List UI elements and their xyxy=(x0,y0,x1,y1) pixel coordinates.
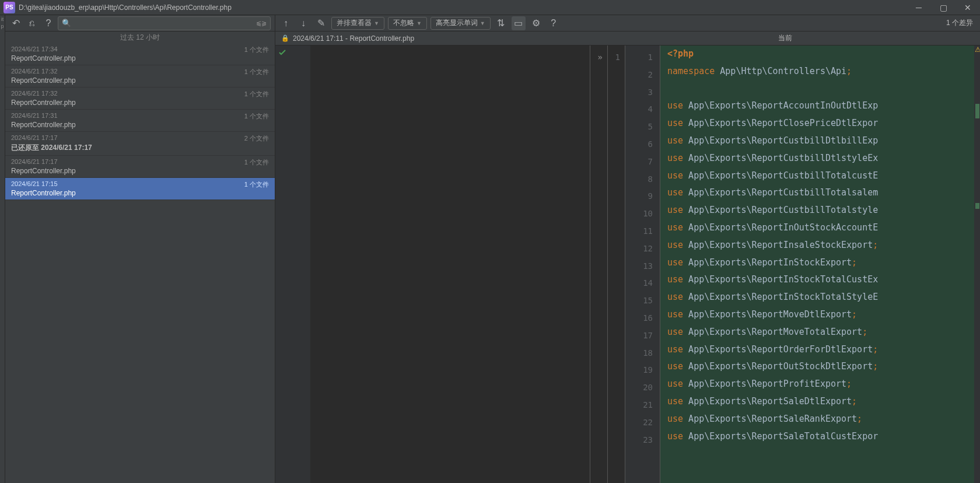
filter-icon[interactable]: ⫹⫺ xyxy=(256,19,267,27)
warning-icon: ⚠ xyxy=(975,46,980,54)
maximize-button[interactable]: ▢ xyxy=(931,0,956,15)
history-item[interactable]: 2024/6/21 17:321 个文件ReportController.php xyxy=(5,65,275,88)
ok-marker xyxy=(275,46,310,60)
history-list: 2024/6/21 17:341 个文件ReportController.php… xyxy=(5,43,275,483)
history-item[interactable]: 2024/6/21 17:151 个文件ReportController.php xyxy=(5,178,275,200)
right-marker-stripe: ⚠ xyxy=(974,46,980,483)
expand-icon[interactable]: » xyxy=(590,49,603,66)
search-icon: 🔍 xyxy=(62,19,71,27)
titlebar: PS D:\gitea\jiaodouzb_erp\app\Http\Contr… xyxy=(0,0,980,15)
diff-body: » 1 123456789101112131415161718192021222… xyxy=(275,46,980,483)
collapse-unchanged-button[interactable]: ⇅ xyxy=(494,16,508,30)
history-item[interactable]: 2024/6/21 17:311 个文件ReportController.php xyxy=(5,110,275,132)
history-panel: ↶ ⎌ ? 🔍 ⫹⫺ 过去 12 小时 2024/6/21 17:341 个文件… xyxy=(5,15,275,483)
right-line-numbers: 1234567891011121314151617181920212223 xyxy=(625,46,660,483)
diff-tabs: 🔒 2024/6/21 17:11 - ReportController.php… xyxy=(275,32,980,46)
history-item[interactable]: 2024/6/21 17:341 个文件ReportController.php xyxy=(5,43,275,65)
view-mode-dropdown[interactable]: 并排查看器▼ xyxy=(331,17,384,30)
ignore-dropdown[interactable]: 不忽略▼ xyxy=(388,17,427,30)
left-gutter xyxy=(275,46,310,483)
file-path: D:\gitea\jiaodouzb_erp\app\Http\Controll… xyxy=(19,4,232,12)
left-line-numbers: » xyxy=(590,46,608,483)
app-logo: PS xyxy=(4,2,15,13)
history-item[interactable]: 2024/6/21 17:171 个文件ReportController.php xyxy=(5,156,275,178)
history-toolbar: ↶ ⎌ ? 🔍 ⫹⫺ xyxy=(5,15,275,32)
left-editor[interactable] xyxy=(275,46,590,483)
history-item[interactable]: 2024/6/21 17:172 个文件已还原至 2024/6/21 17:17 xyxy=(5,132,275,156)
lock-icon: 🔒 xyxy=(281,34,289,42)
history-item[interactable]: 2024/6/21 17:321 个文件ReportController.php xyxy=(5,88,275,110)
next-diff-button[interactable]: ↓ xyxy=(296,16,310,30)
history-header: 过去 12 小时 xyxy=(5,32,275,43)
diff-count: 1 个差异 xyxy=(946,18,977,28)
search-input[interactable] xyxy=(74,19,256,27)
left-line-number-col: 1 xyxy=(608,46,625,483)
left-revision-tab[interactable]: 🔒 2024/6/21 17:11 - ReportController.php xyxy=(275,32,590,45)
left-stripe: itp xyxy=(0,15,5,483)
minimize-button[interactable]: ─ xyxy=(907,0,931,15)
right-editor[interactable]: 1234567891011121314151617181920212223 <?… xyxy=(625,46,980,483)
sync-scroll-button[interactable]: ▭ xyxy=(512,16,526,30)
diff-toolbar: ↑ ↓ ✎ 并排查看器▼ 不忽略▼ 高亮显示单词▼ ⇅ ▭ ⚙ ? 1 个差异 xyxy=(275,15,980,32)
change-marker[interactable] xyxy=(975,203,979,209)
revert-button[interactable]: ⎌ xyxy=(25,16,39,30)
prev-diff-button[interactable]: ↑ xyxy=(279,16,293,30)
undo-button[interactable]: ↶ xyxy=(9,16,23,30)
close-button[interactable]: ✕ xyxy=(956,0,980,15)
diff-area: ↑ ↓ ✎ 并排查看器▼ 不忽略▼ 高亮显示单词▼ ⇅ ▭ ⚙ ? 1 个差异 … xyxy=(275,15,980,483)
diff-help-button[interactable]: ? xyxy=(547,16,561,30)
code-content[interactable]: <?phpnamespace App\Http\Controllers\Api;… xyxy=(660,46,980,483)
settings-button[interactable]: ⚙ xyxy=(529,16,543,30)
highlight-dropdown[interactable]: 高亮显示单词▼ xyxy=(430,17,491,30)
right-revision-tab[interactable]: 当前 xyxy=(590,32,980,45)
edit-button[interactable]: ✎ xyxy=(314,16,328,30)
help-button[interactable]: ? xyxy=(41,16,55,30)
change-marker[interactable] xyxy=(975,104,979,118)
search-box[interactable]: 🔍 ⫹⫺ xyxy=(58,16,271,30)
